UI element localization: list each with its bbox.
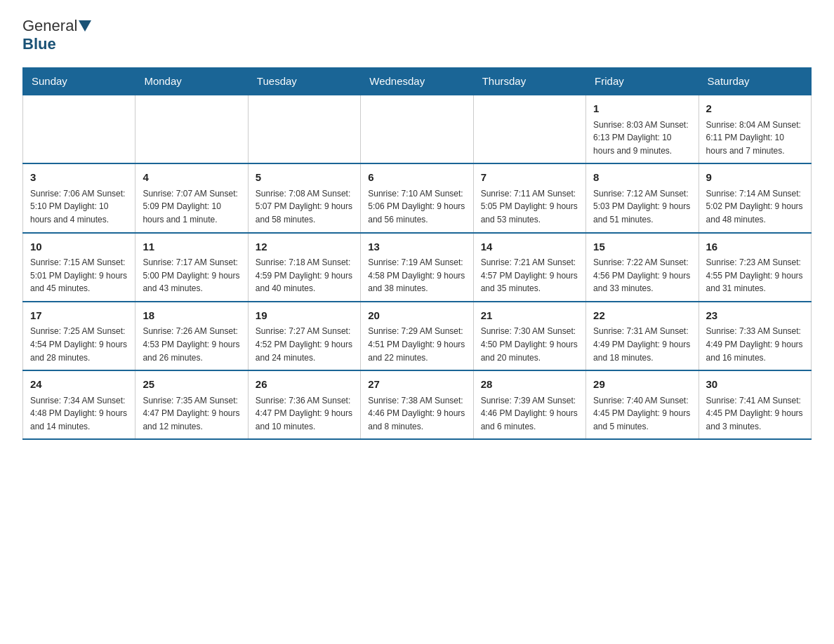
calendar-cell: 4Sunrise: 7:07 AM Sunset: 5:09 PM Daylig… [135, 163, 248, 232]
day-of-week-header: Sunday [23, 68, 135, 95]
calendar-cell: 2Sunrise: 8:04 AM Sunset: 6:11 PM Daylig… [699, 95, 811, 163]
calendar-header-row: SundayMondayTuesdayWednesdayThursdayFrid… [23, 68, 812, 95]
day-info: Sunrise: 7:33 AM Sunset: 4:49 PM Dayligh… [706, 325, 804, 364]
day-info: Sunrise: 7:34 AM Sunset: 4:48 PM Dayligh… [30, 394, 128, 434]
day-info: Sunrise: 7:40 AM Sunset: 4:45 PM Dayligh… [593, 394, 691, 434]
day-number: 10 [30, 239, 128, 255]
day-info: Sunrise: 7:23 AM Sunset: 4:55 PM Dayligh… [706, 256, 804, 295]
calendar-cell: 7Sunrise: 7:11 AM Sunset: 5:05 PM Daylig… [473, 163, 585, 232]
calendar-cell [23, 95, 135, 163]
calendar-cell: 25Sunrise: 7:35 AM Sunset: 4:47 PM Dayli… [135, 370, 248, 439]
calendar-cell: 20Sunrise: 7:29 AM Sunset: 4:51 PM Dayli… [361, 302, 473, 370]
calendar-cell: 1Sunrise: 8:03 AM Sunset: 6:13 PM Daylig… [586, 95, 699, 163]
day-number: 30 [706, 377, 804, 393]
day-info: Sunrise: 7:19 AM Sunset: 4:58 PM Dayligh… [368, 256, 465, 295]
calendar-cell: 22Sunrise: 7:31 AM Sunset: 4:49 PM Dayli… [586, 302, 699, 370]
calendar-cell [361, 95, 473, 163]
calendar-cell: 24Sunrise: 7:34 AM Sunset: 4:48 PM Dayli… [23, 370, 135, 439]
calendar-cell: 13Sunrise: 7:19 AM Sunset: 4:58 PM Dayli… [361, 233, 473, 302]
calendar-week-row: 24Sunrise: 7:34 AM Sunset: 4:48 PM Dayli… [23, 370, 812, 439]
day-info: Sunrise: 7:21 AM Sunset: 4:57 PM Dayligh… [481, 256, 578, 295]
calendar-cell: 27Sunrise: 7:38 AM Sunset: 4:46 PM Dayli… [361, 370, 473, 439]
day-info: Sunrise: 7:18 AM Sunset: 4:59 PM Dayligh… [256, 256, 353, 295]
day-number: 12 [256, 239, 353, 255]
logo-blue-text: Blue [22, 35, 56, 53]
calendar-cell: 23Sunrise: 7:33 AM Sunset: 4:49 PM Dayli… [699, 302, 811, 370]
day-number: 8 [593, 170, 691, 186]
day-info: Sunrise: 7:26 AM Sunset: 4:53 PM Dayligh… [143, 325, 240, 364]
calendar-cell: 18Sunrise: 7:26 AM Sunset: 4:53 PM Dayli… [135, 302, 248, 370]
calendar-week-row: 3Sunrise: 7:06 AM Sunset: 5:10 PM Daylig… [23, 163, 812, 232]
day-of-week-header: Friday [586, 68, 699, 95]
day-info: Sunrise: 7:08 AM Sunset: 5:07 PM Dayligh… [256, 187, 353, 227]
day-number: 4 [143, 170, 240, 186]
day-info: Sunrise: 7:10 AM Sunset: 5:06 PM Dayligh… [368, 187, 465, 227]
day-number: 21 [481, 308, 578, 324]
day-number: 24 [30, 377, 128, 393]
calendar-cell [473, 95, 585, 163]
day-of-week-header: Wednesday [361, 68, 473, 95]
day-info: Sunrise: 7:07 AM Sunset: 5:09 PM Dayligh… [143, 187, 240, 227]
day-of-week-header: Thursday [473, 68, 585, 95]
day-info: Sunrise: 7:30 AM Sunset: 4:50 PM Dayligh… [481, 325, 578, 364]
day-info: Sunrise: 7:27 AM Sunset: 4:52 PM Dayligh… [256, 325, 353, 364]
day-number: 16 [706, 239, 804, 255]
day-info: Sunrise: 7:36 AM Sunset: 4:47 PM Dayligh… [256, 394, 353, 434]
day-info: Sunrise: 7:39 AM Sunset: 4:46 PM Dayligh… [481, 394, 578, 434]
day-number: 18 [143, 308, 240, 324]
day-info: Sunrise: 7:22 AM Sunset: 4:56 PM Dayligh… [593, 256, 691, 295]
day-of-week-header: Tuesday [248, 68, 360, 95]
day-info: Sunrise: 7:31 AM Sunset: 4:49 PM Dayligh… [593, 325, 691, 364]
day-number: 27 [368, 377, 465, 393]
logo-general-text: General [22, 17, 77, 35]
day-number: 2 [706, 101, 804, 117]
day-number: 1 [593, 101, 691, 117]
day-number: 11 [143, 239, 240, 255]
day-info: Sunrise: 7:41 AM Sunset: 4:45 PM Dayligh… [706, 394, 804, 434]
day-info: Sunrise: 7:12 AM Sunset: 5:03 PM Dayligh… [593, 187, 691, 227]
day-info: Sunrise: 7:29 AM Sunset: 4:51 PM Dayligh… [368, 325, 465, 364]
day-info: Sunrise: 7:06 AM Sunset: 5:10 PM Dayligh… [30, 187, 128, 227]
calendar-cell: 15Sunrise: 7:22 AM Sunset: 4:56 PM Dayli… [586, 233, 699, 302]
calendar-table: SundayMondayTuesdayWednesdayThursdayFrid… [22, 67, 812, 440]
day-info: Sunrise: 7:17 AM Sunset: 5:00 PM Dayligh… [143, 256, 240, 295]
calendar-cell: 19Sunrise: 7:27 AM Sunset: 4:52 PM Dayli… [248, 302, 360, 370]
day-number: 6 [368, 170, 465, 186]
calendar-cell [248, 95, 360, 163]
calendar-cell: 17Sunrise: 7:25 AM Sunset: 4:54 PM Dayli… [23, 302, 135, 370]
day-info: Sunrise: 7:25 AM Sunset: 4:54 PM Dayligh… [30, 325, 128, 364]
day-number: 13 [368, 239, 465, 255]
day-number: 29 [593, 377, 691, 393]
day-info: Sunrise: 8:03 AM Sunset: 6:13 PM Dayligh… [593, 119, 691, 158]
day-of-week-header: Saturday [699, 68, 811, 95]
day-number: 23 [706, 308, 804, 324]
day-number: 3 [30, 170, 128, 186]
day-number: 17 [30, 308, 128, 324]
calendar-cell: 14Sunrise: 7:21 AM Sunset: 4:57 PM Dayli… [473, 233, 585, 302]
day-number: 7 [481, 170, 578, 186]
calendar-cell: 12Sunrise: 7:18 AM Sunset: 4:59 PM Dayli… [248, 233, 360, 302]
day-number: 5 [256, 170, 353, 186]
day-info: Sunrise: 7:14 AM Sunset: 5:02 PM Dayligh… [706, 187, 804, 227]
day-number: 28 [481, 377, 578, 393]
calendar-cell: 11Sunrise: 7:17 AM Sunset: 5:00 PM Dayli… [135, 233, 248, 302]
calendar-cell [135, 95, 248, 163]
calendar-cell: 8Sunrise: 7:12 AM Sunset: 5:03 PM Daylig… [586, 163, 699, 232]
day-of-week-header: Monday [135, 68, 248, 95]
day-number: 19 [256, 308, 353, 324]
calendar-cell: 6Sunrise: 7:10 AM Sunset: 5:06 PM Daylig… [361, 163, 473, 232]
day-number: 14 [481, 239, 578, 255]
calendar-week-row: 10Sunrise: 7:15 AM Sunset: 5:01 PM Dayli… [23, 233, 812, 302]
calendar-week-row: 17Sunrise: 7:25 AM Sunset: 4:54 PM Dayli… [23, 302, 812, 370]
day-info: Sunrise: 7:15 AM Sunset: 5:01 PM Dayligh… [30, 256, 128, 295]
calendar-cell: 16Sunrise: 7:23 AM Sunset: 4:55 PM Dayli… [699, 233, 811, 302]
calendar-cell: 10Sunrise: 7:15 AM Sunset: 5:01 PM Dayli… [23, 233, 135, 302]
logo-triangle-icon [79, 20, 91, 32]
day-number: 26 [256, 377, 353, 393]
day-number: 15 [593, 239, 691, 255]
calendar-week-row: 1Sunrise: 8:03 AM Sunset: 6:13 PM Daylig… [23, 95, 812, 163]
day-number: 20 [368, 308, 465, 324]
page-header: General Blue [22, 17, 812, 53]
day-number: 25 [143, 377, 240, 393]
calendar-cell: 29Sunrise: 7:40 AM Sunset: 4:45 PM Dayli… [586, 370, 699, 439]
